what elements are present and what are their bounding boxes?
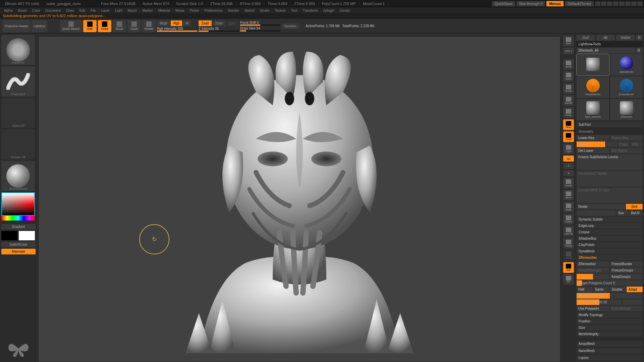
window-layout-icon[interactable]	[613, 1, 619, 6]
tool-thumb-current[interactable]	[577, 54, 609, 75]
projection-master-button[interactable]: Projection Master	[3, 20, 30, 32]
default-zscript[interactable]: DefaultZScript	[565, 1, 594, 6]
brush-slot[interactable]: MaskPen	[1, 35, 35, 65]
minimize-icon[interactable]	[625, 1, 631, 6]
texture-slot[interactable]: Texture Off	[1, 129, 35, 160]
lightbox-tools-label[interactable]: Lightbox▸Tools	[577, 41, 643, 47]
color-picker[interactable]	[1, 192, 35, 223]
xyz-button[interactable]: Xyz	[563, 156, 574, 162]
stroke-slot[interactable]: FreeHand	[1, 66, 35, 97]
tool-thumb-figur[interactable]: figur_remesh	[577, 99, 609, 120]
menu-render[interactable]: Render	[225, 9, 242, 12]
smoothgroups-button[interactable]: SmoothGroups	[577, 267, 609, 273]
reuv-button[interactable]: ReUV	[629, 210, 643, 216]
claypolish-header[interactable]: ClayPolish	[577, 242, 643, 248]
actual-button[interactable]: Actual	[563, 83, 574, 94]
menu-picker[interactable]: Picker	[187, 9, 202, 12]
menu-brush[interactable]: Brush	[15, 9, 30, 12]
menu-edit[interactable]: Edit	[77, 9, 88, 12]
edgeloop-header[interactable]: EdgeLoop	[577, 223, 643, 229]
quicksave-button[interactable]: QuickSave	[492, 1, 515, 6]
keepgroups-button[interactable]: KeepGroups	[610, 274, 643, 280]
move-shelf-button[interactable]: Move	[563, 190, 574, 200]
center-button[interactable]: ⊙	[563, 163, 574, 169]
same-button[interactable]: Same	[593, 287, 609, 292]
quick-sketch-button[interactable]: Quick Sketch	[60, 20, 82, 32]
draw-button[interactable]: Draw	[98, 20, 111, 32]
cage-button[interactable]: Cage	[618, 141, 630, 147]
scroll-button[interactable]: Scroll	[563, 59, 574, 70]
menu-tool[interactable]: Tool	[288, 9, 300, 12]
menu-alpha[interactable]: Alpha	[1, 9, 15, 12]
window-layout-icon[interactable]	[595, 1, 600, 6]
arraymesh-header[interactable]: ArrayMesh	[577, 341, 643, 347]
lightbox-button[interactable]: LightBox	[32, 20, 47, 32]
lsym-button[interactable]: LSym	[563, 143, 574, 154]
alternate-button[interactable]: Alternate	[1, 249, 36, 254]
window-layout-icon[interactable]	[607, 1, 612, 6]
goz-button[interactable]: GoZ	[577, 35, 595, 41]
m-button[interactable]: M	[183, 20, 191, 26]
del-higher-button[interactable]: Del Higher	[610, 148, 643, 154]
menu-color[interactable]: Color	[30, 9, 43, 12]
menu-texture[interactable]: Texture	[272, 9, 288, 12]
tool-thumb-zremesh[interactable]: ZRemesh	[610, 99, 643, 120]
transp-button[interactable]: Transp	[563, 238, 574, 249]
tool-thumb-alphabrush[interactable]: AlphaBrush	[610, 54, 643, 75]
target-polygons-slider[interactable]: Target Polygons Count 5	[577, 280, 643, 286]
seethrough-slider[interactable]: See-through 0	[517, 1, 545, 6]
smoothgroups-slider[interactable]	[577, 274, 609, 280]
divide-button[interactable]: Divide	[577, 204, 625, 209]
del-lower-button[interactable]: Del Lower	[577, 148, 609, 154]
zremesher-button[interactable]: ZRemesher	[577, 261, 609, 267]
rgb-button[interactable]: Rgb	[171, 20, 182, 26]
secondary-color-swatch[interactable]	[1, 231, 17, 240]
close-icon[interactable]	[637, 1, 643, 6]
subtool-header[interactable]: SubTool	[577, 122, 643, 127]
lower-res-button[interactable]: Lower Res	[577, 135, 609, 141]
all-button[interactable]: All	[596, 35, 615, 41]
freezegroups-button[interactable]: FreezeGroups	[610, 267, 643, 273]
menu-draw[interactable]: Draw	[63, 9, 76, 12]
smt-button[interactable]: Smt	[626, 204, 643, 209]
hue-strip[interactable]	[1, 216, 35, 221]
dynamic-button[interactable]: Dynamic	[282, 23, 299, 29]
move-button[interactable]: Move	[113, 20, 126, 32]
rgb-intensity-slider[interactable]: Rgb Intensity 100	[157, 27, 197, 32]
viewport[interactable]	[38, 36, 560, 362]
target-button[interactable]: ⊕	[563, 170, 574, 176]
scale-shelf-button[interactable]: Scale	[563, 202, 574, 213]
menu-light[interactable]: Light	[112, 9, 125, 12]
use-polypaint-button[interactable]: Use Polypaint	[577, 306, 609, 311]
menu-document[interactable]: Document	[43, 9, 64, 12]
aahalf-button[interactable]: AAHalf	[563, 95, 574, 106]
menu-layer[interactable]: Layer	[99, 9, 112, 12]
brush-shelf-button[interactable]: Brsh	[563, 36, 574, 46]
menu-movie[interactable]: Movie	[173, 9, 187, 12]
zcut-button[interactable]: Zcut	[226, 20, 237, 26]
material-slot[interactable]: BasicMaterial	[1, 161, 35, 191]
curves-strength-slider[interactable]: Curves Strength 50	[577, 299, 622, 305]
tool-thumb-eraserbrush[interactable]: EraserBrush	[610, 76, 643, 98]
ghost-button[interactable]: Ghost	[563, 250, 574, 261]
dynamic-subdiv-header[interactable]: Dynamic Subdiv	[577, 217, 643, 222]
menus-button[interactable]: Menus	[546, 1, 564, 6]
zoom-button[interactable]: Zoom	[563, 71, 574, 82]
z-intensity-slider[interactable]: Z Intensity 25	[199, 27, 239, 32]
position-header[interactable]: Position	[577, 318, 643, 324]
alpha-slot[interactable]: Alpha Off	[1, 98, 35, 128]
spix-slider[interactable]: SPix 3	[563, 48, 574, 54]
menu-stroke[interactable]: Stroke	[257, 9, 272, 12]
zadd-button[interactable]: Zadd	[199, 20, 212, 26]
maximize-icon[interactable]	[631, 1, 637, 6]
focal-shift-slider[interactable]: Focal Shift 0	[240, 21, 280, 26]
menu-marker[interactable]: Marker	[140, 9, 155, 12]
menu-material[interactable]: Material	[156, 9, 173, 12]
nanomesh-header[interactable]: NanoMesh	[577, 348, 643, 354]
double-button[interactable]: Double	[610, 287, 626, 292]
visible-button[interactable]: Visible	[616, 35, 635, 41]
rotate-shelf-button[interactable]: Rotate	[563, 214, 574, 225]
solo-button[interactable]: Solo	[563, 262, 574, 273]
frame-button[interactable]: Frame	[563, 178, 574, 188]
color-gradient[interactable]	[1, 192, 35, 216]
